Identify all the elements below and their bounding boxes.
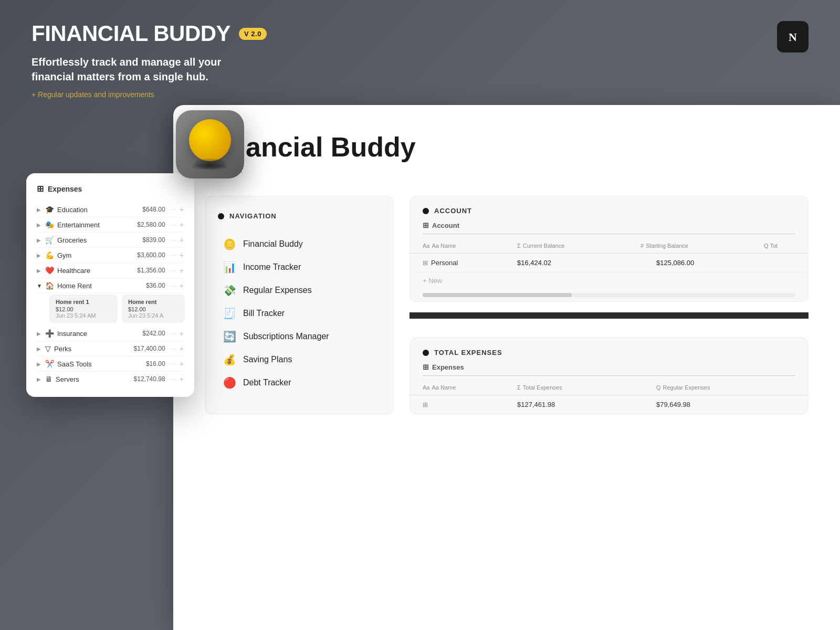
app-title: FINANCIAL BUDDY xyxy=(32,21,230,46)
sub-item-amount: $12.00 xyxy=(56,306,111,312)
version-badge: V 2.0 xyxy=(239,28,267,40)
expand-arrow[interactable]: ▶ xyxy=(37,346,45,352)
total-expenses-value: $127,461.98 xyxy=(517,401,656,408)
nav-header: NAVIGATION xyxy=(218,212,381,220)
account-panel-header: ACCOUNT xyxy=(410,196,808,221)
expand-arrow[interactable]: ▶ xyxy=(37,361,45,367)
card-header-icon: ⊞ xyxy=(37,184,44,194)
list-item: ▶ ✂️ SaaS Tools $16.00 ··· + xyxy=(37,356,184,372)
exp-col-total-header: Σ Total Expenses xyxy=(517,384,656,391)
expenses-card: ⊞ Expenses ▶ 🎓 Education $648.00 ··· + ▶… xyxy=(26,173,194,397)
list-item: ▶ 🛒 Groceries $839.00 ··· + xyxy=(37,233,184,248)
nav-label-regular-expenses: Regular Expenses xyxy=(243,286,312,295)
account-title: ACCOUNT xyxy=(434,207,472,215)
sidebar-item-subscriptions[interactable]: 🔄 Subscriptions Manager xyxy=(218,325,381,348)
sub-item-amount2: $12.00 xyxy=(128,306,178,312)
sidebar-item-regular-expenses[interactable]: 💸 Regular Expenses xyxy=(218,279,381,302)
list-item: ▶ 🎓 Education $648.00 ··· + xyxy=(37,202,184,217)
card-title: Expenses xyxy=(48,185,82,193)
account-new-row[interactable]: + New xyxy=(410,272,808,289)
col-starting-header: # Starting Balance xyxy=(640,243,764,249)
nav-label-bill-tracker: Bill Tracker xyxy=(243,309,285,318)
expand-arrow[interactable]: ▶ xyxy=(37,207,45,213)
total-expenses-title: TOTAL EXPENSES xyxy=(434,349,502,356)
exp-row-name: ⊞ xyxy=(423,401,517,408)
notion-icon[interactable]: N xyxy=(777,21,808,52)
account-table-label: Account xyxy=(432,222,459,229)
sub-item-name: Home rent 1 xyxy=(56,299,111,305)
panel-dot xyxy=(423,208,429,214)
nav-label-debt-tracker: Debt Tracker xyxy=(243,378,291,387)
expand-arrow[interactable]: ▶ xyxy=(37,331,45,337)
financial-buddy-icon: 🪙 xyxy=(222,238,237,250)
expenses-table-icon: ⊞ xyxy=(423,363,429,371)
account-name-cell: ⊞ Personal xyxy=(423,259,517,267)
aa-icon: Aa xyxy=(423,243,429,249)
sidebar-item-debt-tracker[interactable]: 🔴 Debt Tracker xyxy=(218,371,381,394)
sub-item-name2: Home rent xyxy=(128,299,178,305)
exp-regular-label: Regular Expenses xyxy=(663,384,710,391)
header: FINANCIAL BUDDY V 2.0 Effortlessly track… xyxy=(32,21,808,99)
sidebar-item-income-tracker[interactable]: 📊 Income Tracker xyxy=(218,256,381,279)
col-balance-label: Current Balance xyxy=(523,243,565,249)
expand-arrow[interactable]: ▶ xyxy=(37,253,45,258)
updates-text: + Regular updates and improvements xyxy=(32,90,808,99)
page-title: Financial Buddy xyxy=(205,131,808,163)
account-table-header: Aa Aa Name Σ Current Balance # Starting … xyxy=(410,238,808,254)
nav-label-saving-plans: Saving Plans xyxy=(243,355,292,364)
total-expenses-header: TOTAL EXPENSES xyxy=(410,338,808,363)
main-inner: Financial Buddy ↗ 1 backlink NAVIGATION … xyxy=(173,105,840,630)
nav-label-financial-buddy: Financial Buddy xyxy=(243,239,303,249)
account-row-name: Personal xyxy=(431,259,458,267)
main-content: Financial Buddy ↗ 1 backlink NAVIGATION … xyxy=(173,105,840,630)
nav-title: NAVIGATION xyxy=(229,212,277,220)
expand-arrow[interactable]: ▶ xyxy=(37,222,45,228)
account-row: ⊞ Personal $16,424.02 $125,086.00 xyxy=(410,254,808,272)
scrollbar[interactable] xyxy=(423,293,795,297)
svg-text:N: N xyxy=(789,30,797,44)
backlink[interactable]: ↗ 1 backlink xyxy=(205,167,808,175)
exp-total-label: Total Expenses xyxy=(523,384,562,391)
nav-label-income-tracker: Income Tracker xyxy=(243,262,301,272)
regular-expenses-icon: 💸 xyxy=(222,284,237,297)
sidebar-item-bill-tracker[interactable]: 🧾 Bill Tracker xyxy=(218,302,381,325)
expand-arrow[interactable]: ▶ xyxy=(37,376,45,382)
card-header: ⊞ Expenses xyxy=(37,184,184,194)
expenses-table-header: Aa Aa Name Σ Total Expenses Q Regular Ex… xyxy=(410,380,808,395)
exp-row-icon: ⊞ xyxy=(423,401,428,408)
exp-col-regular-header: Q Regular Expenses xyxy=(656,384,795,391)
col-tot-header: Q Tot xyxy=(764,243,795,249)
regular-expenses-value: $79,649.98 xyxy=(656,401,795,408)
list-item: ▶ 🎭 Entertainment $2,580.00 ··· + xyxy=(37,217,184,233)
sidebar-item-saving-plans[interactable]: 💰 Saving Plans xyxy=(218,348,381,371)
exp-name-label: Aa Name xyxy=(432,384,456,391)
income-tracker-icon: 📊 xyxy=(222,261,237,274)
col-starting-label: Starting Balance xyxy=(646,243,688,249)
expand-arrow[interactable]: ▼ xyxy=(37,283,45,289)
list-item: ▶ ➕ Insurance $242.00 ··· + xyxy=(37,326,184,341)
right-panels: ACCOUNT ⊞ Account Aa Aa Name xyxy=(410,196,808,414)
nav-label-subscriptions: Subscriptions Manager xyxy=(243,332,329,341)
subscriptions-icon: 🔄 xyxy=(222,330,237,343)
total-expenses-row: ⊞ $127,461.98 $79,649.98 xyxy=(410,395,808,414)
app-sphere xyxy=(189,119,231,161)
new-label: + New xyxy=(423,277,442,285)
nav-dot xyxy=(218,213,224,219)
bill-tracker-icon: 🧾 xyxy=(222,307,237,320)
expand-arrow[interactable]: ▶ xyxy=(37,237,45,243)
list-item: ▼ 🏠 Home Rent $36.00 ··· + xyxy=(37,278,184,293)
nav-panel: NAVIGATION 🪙 Financial Buddy 📊 Income Tr… xyxy=(205,196,394,414)
sidebar-item-financial-buddy[interactable]: 🪙 Financial Buddy xyxy=(218,233,381,256)
panel-dot-2 xyxy=(423,350,429,356)
header-top: FINANCIAL BUDDY V 2.0 xyxy=(32,21,808,46)
app-icon xyxy=(176,110,244,178)
account-current-balance: $16,424.02 xyxy=(517,259,656,267)
scrollbar-thumb xyxy=(423,293,572,297)
expand-arrow[interactable]: ▶ xyxy=(37,268,45,274)
dark-bar xyxy=(410,312,808,319)
col-name-label: Aa Name xyxy=(432,243,456,249)
account-panel: ACCOUNT ⊞ Account Aa Aa Name xyxy=(410,196,808,302)
total-expenses-panel: TOTAL EXPENSES ⊞ Expenses Aa Aa Name xyxy=(410,338,808,414)
list-item: ▶ ❤️ Healthcare $1,356.00 ··· + xyxy=(37,263,184,278)
col-balance-header: Σ Current Balance xyxy=(517,243,640,249)
